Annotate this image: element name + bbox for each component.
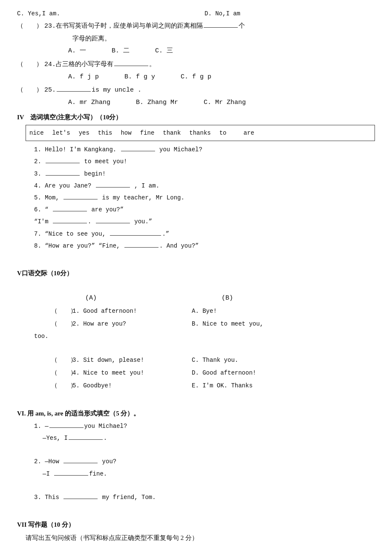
ex4-item4: 4. Are you Jane? , I am. (17, 181, 375, 191)
match-right-2a: B. Nice to meet you, (192, 319, 263, 329)
q25-num: 25. (44, 84, 56, 96)
col-headers: (A) (B) (17, 292, 375, 304)
q24-row: （ ） 24. 占三格的小写字母有 。 (17, 58, 375, 70)
match-bracket-2: （ ） (51, 318, 72, 330)
ex4-item6b: “I'm . you.” (17, 216, 375, 227)
word-yes: yes (79, 127, 89, 139)
match-right-3: C. Thank you. (192, 355, 238, 366)
option-c: C. Yes,I am. (17, 9, 187, 19)
q25-options: A. mr Zhang B. Zhang Mr C. Mr Zhang (17, 97, 375, 108)
q24-options: A. f j p B. f g y C. f g p (17, 71, 375, 83)
q23-bracket: （ ） (17, 20, 43, 32)
q24-num: 24. (44, 59, 56, 70)
ex4-item1: 1. Hello! I'm Kangkang. you Michael? (17, 144, 375, 155)
q25-opt-c: C. Mr Zhang (204, 97, 246, 108)
word-lets: let's (52, 127, 70, 139)
q23-opt-a: A. 一 (68, 45, 86, 57)
q23-text3: 字母的距离。 (72, 33, 111, 44)
section4-title: IV 选词填空(注意大小写）（10分） (17, 112, 375, 123)
main-content: C. Yes,I am. D. No,I am （ ） 23. 在书写英语句子时… (17, 9, 375, 544)
section7-title: VII 写作题（10 分） (17, 519, 375, 531)
fill-vi-2a (54, 475, 88, 476)
fill-vi-1q (49, 427, 84, 428)
match-right-4: D. Good afternoon! (192, 368, 256, 378)
word-nice: nice (29, 127, 44, 139)
fill-4-8 (124, 247, 159, 248)
match-right-5: E. I'm OK. Thanks (192, 381, 253, 391)
word-box: nice let's yes this how fine thank thank… (26, 125, 375, 141)
q23-fill (204, 27, 238, 28)
ex4-item2: 2. to meet you! (17, 156, 375, 167)
col-b-label: (B) (222, 292, 233, 304)
fill-vi-1a (69, 439, 103, 440)
q23-text1: 在书写英语句子时，应使单词与单词之间的距离相隔 (56, 20, 203, 32)
match-row-2: （ ） 2. How are you? B. Nice to meet you, (17, 318, 375, 330)
q24-text1: 占三格的小写字母有 (56, 58, 113, 70)
word-fine: fine (140, 127, 155, 139)
fill-4-5 (63, 199, 98, 199)
match-left-1: 1. Good afternoon! (72, 306, 192, 317)
q24-bracket: （ ） (17, 59, 43, 70)
fill-4-7 (110, 235, 161, 236)
option-d: D. No,I am (187, 9, 375, 19)
q23-text3-row: 字母的距离。 (17, 33, 375, 44)
match-left-3: 3. Sit down, please! (72, 355, 192, 366)
section5-title: V口语交际（10分） (17, 268, 375, 279)
q25-fill (57, 91, 91, 92)
q25-opt-b: B. Zhang Mr (136, 97, 178, 108)
match-right-2b: too. (17, 331, 375, 342)
vi-2q: 2. —How you? (17, 456, 375, 467)
fill-4-6c (96, 223, 130, 223)
match-bracket-3: （ ） (51, 355, 72, 366)
q24-text2: 。 (149, 58, 156, 70)
word-thanks: thanks (189, 127, 210, 139)
match-row-3: （ ） 3. Sit down, please! C. Thank you. (17, 355, 375, 366)
vi-1q: 1. —you Michael? (17, 421, 375, 432)
q23-options: A. 一 B. 二 C. 三 (17, 45, 375, 57)
ex4-item5: 5. Mom, is my teacher, Mr Long. (17, 193, 375, 203)
match-row-5: （ ） 5. Goodbye! E. I'm OK. Thanks (17, 380, 375, 392)
fill-4-4 (96, 187, 130, 188)
q24-fill (114, 66, 148, 66)
q24-opt-c: C. f g p (181, 71, 211, 83)
vi-1a: —Yes, I. (17, 433, 375, 444)
q25-text: is my uncle . (92, 84, 141, 96)
section7-instruction: 请写出五句问候语（书写和标点应正确类型不重复每句 2 分） (17, 532, 375, 544)
match-row-4: （ ） 4. Nice to meet you! D. Good afterno… (17, 367, 375, 379)
q25-bracket: （ ） (17, 84, 43, 96)
vi-3: 3. This my friend, Tom. (17, 492, 375, 503)
ex4-item3: 3. begin! (17, 169, 375, 179)
q24-opt-a: A. f j p (68, 71, 99, 83)
col-a-label: (A) (85, 292, 222, 304)
word-thank: thank (163, 127, 181, 139)
q23-opt-c: C. 三 (155, 45, 173, 57)
match-left-4: 4. Nice to meet you! (72, 368, 192, 378)
fill-4-3 (46, 175, 80, 176)
fill-vi-3 (63, 499, 98, 499)
q25-row: （ ） 25. is my uncle . (17, 84, 375, 96)
word-to: to (219, 127, 227, 139)
fill-vi-2q (63, 463, 98, 463)
word-this: this (98, 127, 112, 139)
word-are: are (244, 127, 254, 139)
match-left-5: 5. Goodbye! (72, 381, 192, 391)
q24-opt-b: B. f g y (124, 71, 155, 83)
q23-num: 23. (44, 20, 56, 32)
match-row-1: （ ） 1. Good afternoon! A. Bye! (17, 306, 375, 317)
fill-4-2 (46, 163, 80, 163)
match-right-1a: A. Bye! (192, 306, 217, 317)
ex4-item6: 6. “ are you?” (17, 205, 375, 215)
cd-options-row: C. Yes,I am. D. No,I am (17, 9, 375, 19)
q23-opt-b: B. 二 (112, 45, 130, 57)
match-bracket-4: （ ） (51, 367, 72, 379)
word-how: how (121, 127, 131, 139)
fill-4-6b (53, 223, 87, 223)
q23-row: （ ） 23. 在书写英语句子时，应使单词与单词之间的距离相隔 个 (17, 20, 375, 32)
match-left-2: 2. How are you? (72, 319, 192, 329)
q23-text2: 个 (239, 20, 245, 32)
q25-opt-a: A. mr Zhang (68, 97, 110, 108)
ex4-item8: 8. “How are you?” “Fine, . And you?” (17, 241, 375, 251)
match-bracket-1: （ ） (51, 306, 72, 317)
match-bracket-5: （ ） (51, 380, 72, 392)
fill-4-1 (121, 151, 155, 151)
